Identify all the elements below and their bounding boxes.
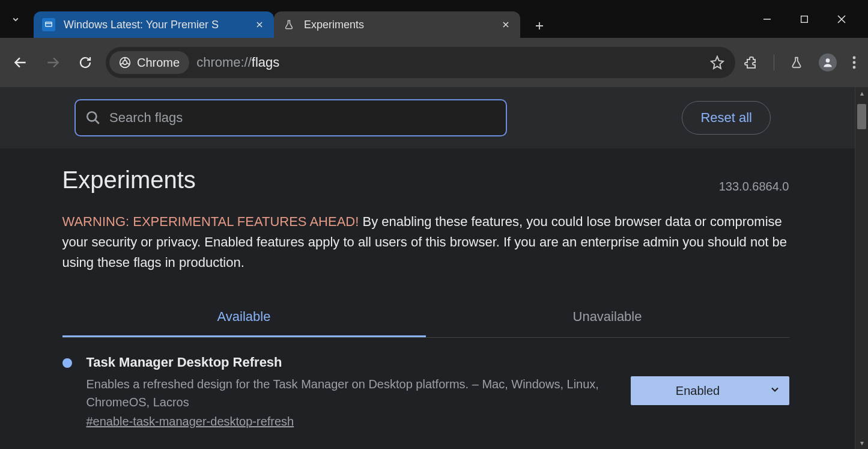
window-close-button[interactable] (834, 12, 849, 26)
arrow-left-icon (13, 55, 28, 70)
flag-hash-link[interactable]: #enable-task-manager-desktop-refresh (86, 415, 294, 429)
flask-icon (282, 18, 296, 31)
search-input[interactable] (109, 110, 496, 126)
close-icon (502, 20, 510, 29)
svg-point-6 (853, 61, 856, 64)
window-controls (760, 12, 863, 26)
svg-rect-1 (801, 16, 808, 22)
profile-button[interactable] (819, 53, 837, 72)
plus-icon (534, 20, 545, 31)
reload-button[interactable] (73, 50, 97, 75)
flask-icon (790, 56, 803, 69)
arrow-right-icon (45, 55, 61, 70)
search-icon (85, 110, 101, 126)
tab-windows-latest[interactable]: Windows Latest: Your Premier S (34, 11, 274, 38)
warning-prefix: WARNING: EXPERIMENTAL FEATURES AHEAD! (62, 214, 359, 229)
chevron-down-icon (10, 14, 21, 25)
svg-point-4 (826, 58, 830, 63)
flags-header-bar: Reset all (0, 87, 855, 148)
flags-content: Experiments 133.0.6864.0 WARNING: EXPERI… (42, 148, 813, 435)
tab-close-button[interactable] (253, 19, 266, 31)
tab-unavailable[interactable]: Unavailable (426, 298, 789, 337)
tab-search-dropdown[interactable] (5, 8, 26, 30)
page-title: Experiments (62, 166, 196, 194)
flags-tabs: Available Unavailable (62, 298, 789, 338)
tab-experiments[interactable]: Experiments (274, 11, 520, 38)
tab-available[interactable]: Available (62, 298, 426, 337)
search-flags-field[interactable] (74, 99, 507, 136)
scroll-down-button[interactable]: ▾ (855, 437, 868, 449)
address-bar[interactable]: Chrome chrome://flags (106, 47, 735, 78)
flag-modified-dot-icon (62, 358, 72, 368)
tab-title: Windows Latest: Your Premier S (64, 19, 249, 31)
svg-point-3 (123, 61, 127, 65)
minimize-icon (762, 14, 772, 25)
toolbar-divider (774, 55, 774, 70)
url-text: chrome://flags (196, 55, 279, 70)
star-icon (710, 55, 724, 70)
tab-close-button[interactable] (500, 19, 512, 31)
back-button[interactable] (8, 50, 32, 75)
page-viewport: Reset all Experiments 133.0.6864.0 WARNI… (0, 87, 855, 449)
flag-title: Task Manager Desktop Refresh (86, 355, 616, 370)
version-label: 133.0.6864.0 (719, 180, 789, 194)
labs-button[interactable] (790, 56, 803, 69)
menu-button[interactable] (852, 56, 856, 69)
chrome-logo-icon (119, 57, 131, 69)
new-tab-button[interactable] (527, 14, 551, 38)
reload-icon (78, 55, 93, 70)
chevron-down-icon (769, 383, 781, 396)
maximize-icon (800, 14, 809, 24)
flag-state-value: Enabled (676, 384, 720, 398)
window-minimize-button[interactable] (760, 12, 774, 26)
site-favicon-icon (42, 18, 55, 31)
tab-strip: Windows Latest: Your Premier S Experimen… (34, 0, 551, 38)
svg-rect-0 (46, 22, 52, 26)
kebab-menu-icon (852, 56, 856, 69)
close-icon (836, 14, 847, 25)
svg-point-5 (853, 57, 856, 60)
flag-row: Task Manager Desktop Refresh Enables a r… (62, 338, 789, 435)
svg-point-8 (87, 112, 96, 121)
reset-all-button[interactable]: Reset all (682, 101, 771, 135)
warning-text: WARNING: EXPERIMENTAL FEATURES AHEAD! By… (62, 212, 789, 273)
tab-title: Experiments (304, 19, 495, 31)
site-chip-label: Chrome (137, 56, 180, 70)
flag-state-select[interactable]: Enabled (631, 376, 789, 405)
person-icon (822, 57, 834, 69)
browser-toolbar: Chrome chrome://flags (0, 38, 868, 87)
site-chip[interactable]: Chrome (109, 51, 189, 74)
close-icon (255, 20, 264, 29)
flag-description: Enables a refreshed design for the Task … (86, 375, 616, 411)
extensions-button[interactable] (744, 55, 758, 70)
svg-point-7 (853, 66, 856, 69)
bookmark-button[interactable] (710, 55, 724, 70)
toolbar-actions (744, 53, 860, 72)
scroll-thumb[interactable] (857, 104, 866, 129)
puzzle-icon (744, 55, 758, 70)
window-maximize-button[interactable] (797, 12, 812, 26)
scroll-up-button[interactable]: ▴ (855, 87, 868, 99)
forward-button[interactable] (41, 50, 65, 75)
scrollbar[interactable]: ▴ ▾ (855, 87, 868, 449)
browser-titlebar: Windows Latest: Your Premier S Experimen… (0, 0, 868, 38)
